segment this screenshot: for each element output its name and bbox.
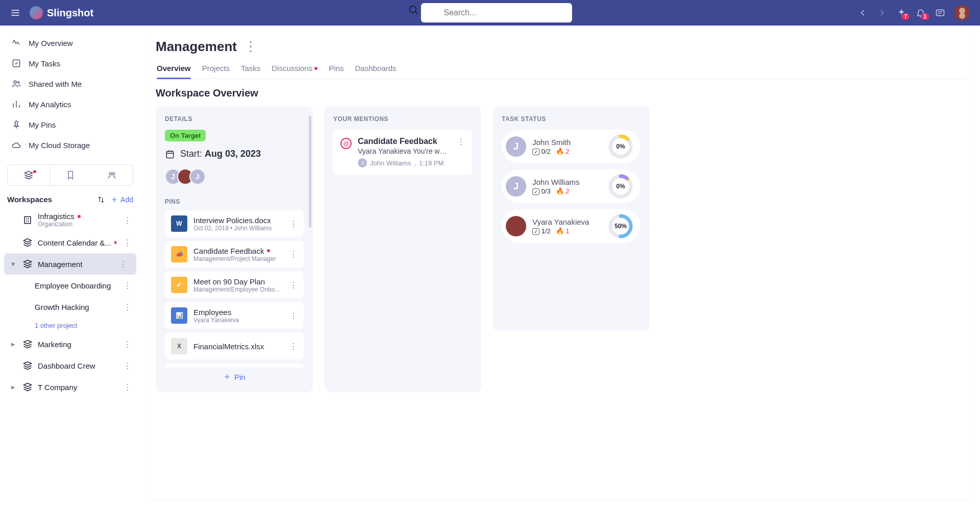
mentions-card: YOUR MENTIONS @ Candidate Feedback Vyara… [324,106,481,392]
task-status-row[interactable]: J John Smith ✓ 0/2 🔥 2 0% [502,130,641,163]
ws-name-text: Infragistics [38,212,75,221]
content: Management ⋮ Overview Projects Tasks Dis… [140,26,980,507]
nav-shared-with-me[interactable]: Shared with Me [0,74,140,94]
nav-my-analytics[interactable]: My Analytics [0,94,140,114]
more-icon[interactable]: ⋮ [121,300,133,313]
member-avatars[interactable]: J J [165,168,304,185]
add-workspace-button[interactable]: Add [110,196,133,204]
brand-name: Slingshot [47,7,93,19]
tab-tasks[interactable]: Tasks [241,64,260,79]
sidebar-tabs [7,164,133,186]
workspace-content-calendar[interactable]: Content Calendar &... ⋮ [0,232,140,253]
sparkle-icon[interactable]: 7 [896,8,906,18]
nav-forward-icon[interactable] [877,8,887,18]
more-icon[interactable]: ⋮ [121,279,133,292]
mention-item[interactable]: @ Candidate Feedback Vyara Yanakieva You… [333,130,472,175]
search-input[interactable] [421,3,572,22]
calendar-icon [165,149,175,159]
ws-name-text: Management [38,260,83,269]
workspace-other-project[interactable]: 1 other project [0,318,140,333]
pin-item[interactable]: 📣 Candidate Feedback Management/Project … [165,241,304,268]
hamburger-menu-icon[interactable] [10,7,22,19]
tab-label: Overview [157,64,191,73]
chevron-right-icon[interactable]: ▸ [11,340,16,349]
task-status-row[interactable]: Vyara Yanakieva ✓ 1/2 🔥 1 50% [502,209,641,243]
tab-overview[interactable]: Overview [157,64,191,79]
nav-back-icon[interactable] [857,8,868,18]
more-icon[interactable]: ⋮ [121,236,133,249]
workspace-growth-hacking[interactable]: Growth Hacking ⋮ [0,296,140,318]
more-icon[interactable]: ⋮ [289,219,298,229]
details-header: DETAILS [165,115,304,123]
nav-my-tasks[interactable]: My Tasks [0,53,140,74]
pin-file-icon: ✔ [171,277,187,293]
svg-rect-8 [166,151,173,158]
notification-dot [314,67,317,70]
workspace-t-company[interactable]: ▸ T Company ⋮ [0,376,140,398]
bell-icon[interactable]: 1 [916,8,926,18]
svg-point-5 [109,173,112,175]
tab-pins[interactable]: Pins [329,64,344,79]
pin-file-icon: X [171,338,187,354]
more-icon[interactable]: ⋮ [289,311,298,321]
nav-my-pins[interactable]: My Pins [0,114,140,135]
page-title-text: Management [156,39,237,55]
pin-item[interactable]: ✔ Meet on 90 Day Plan Management/Employe… [165,272,304,298]
more-icon[interactable]: ⋮ [117,257,129,271]
pin-button-label: Pin [234,373,246,381]
task-status-header: TASK STATUS [502,115,641,123]
progress-percent: 0% [608,134,633,159]
brand[interactable]: Slingshot [30,6,93,19]
nav-label: Shared with Me [29,80,82,88]
tab-dashboards[interactable]: Dashboards [355,64,396,79]
page-more-icon[interactable]: ⋮ [244,39,257,55]
pin-title: Candidate Feedback [193,247,283,255]
workspaces-label: Workspaces [7,195,52,204]
pin-item[interactable]: G IT Management Software ⋮ [165,364,304,368]
workspace-marketing[interactable]: ▸ Marketing ⋮ [0,333,140,355]
nav-my-overview[interactable]: My Overview [0,33,140,53]
task-status-row[interactable]: J John Williams ✓ 0/3 🔥 2 0% [502,170,641,203]
flame-count: 🔥 1 [556,227,570,235]
layers-icon [22,237,33,248]
pin-button[interactable]: Pin [223,373,246,381]
more-icon[interactable]: ⋮ [289,280,298,290]
ws-name-text: Dashboard Crew [38,361,95,370]
sort-icon[interactable] [97,196,105,204]
layers-icon [22,382,33,392]
more-icon[interactable]: ⋮ [121,337,133,351]
pin-item[interactable]: 📊 Employees Vyara Yanakieva ⋮ [165,302,304,329]
tab-projects[interactable]: Projects [202,64,230,79]
scrollbar-thumb[interactable] [309,115,311,228]
pin-item[interactable]: W Interview Policies.docx Oct 02, 2019 •… [165,210,304,237]
sidebar-tab-bookmarks[interactable] [50,165,91,185]
user-avatar[interactable] [954,5,970,20]
chevron-right-icon[interactable]: ▸ [11,382,16,392]
pin-subtitle: Vyara Yanakieva [193,317,283,324]
workspace-infragistics[interactable]: Infragistics Organization ⋮ [0,208,140,232]
chevron-down-icon[interactable]: ▾ [11,259,16,269]
tab-discussions[interactable]: Discussions [272,64,317,79]
more-icon[interactable]: ⋮ [457,137,465,167]
progress-ring: 0% [608,134,633,159]
more-icon[interactable]: ⋮ [121,380,133,394]
workspace-management[interactable]: ▾ Management ⋮ [4,253,136,275]
more-icon[interactable]: ⋮ [121,359,133,372]
ws-name-text: Marketing [38,340,71,349]
sidebar: My Overview My Tasks Shared with Me My A… [0,26,140,507]
svg-point-0 [409,6,416,13]
chat-icon[interactable] [935,8,945,18]
pin-item[interactable]: X FinancialMetrics.xlsx ⋮ [165,333,304,359]
more-icon[interactable]: ⋮ [289,342,298,351]
sidebar-tab-workspaces[interactable] [8,165,50,185]
sidebar-tab-people[interactable] [91,165,133,185]
workspace-dashboard-crew[interactable]: Dashboard Crew ⋮ [0,355,140,376]
nav-my-cloud-storage[interactable]: My Cloud Storage [0,135,140,155]
overview-title: Workspace Overview [156,87,965,99]
more-icon[interactable]: ⋮ [121,213,133,227]
more-icon[interactable]: ⋮ [289,250,298,259]
workspace-employee-onboarding[interactable]: Employee Onboarding ⋮ [0,275,140,296]
page-title: Management ⋮ [156,39,965,55]
ws-sub-text: Organization [38,221,81,228]
status-chip[interactable]: On Target [165,130,206,141]
